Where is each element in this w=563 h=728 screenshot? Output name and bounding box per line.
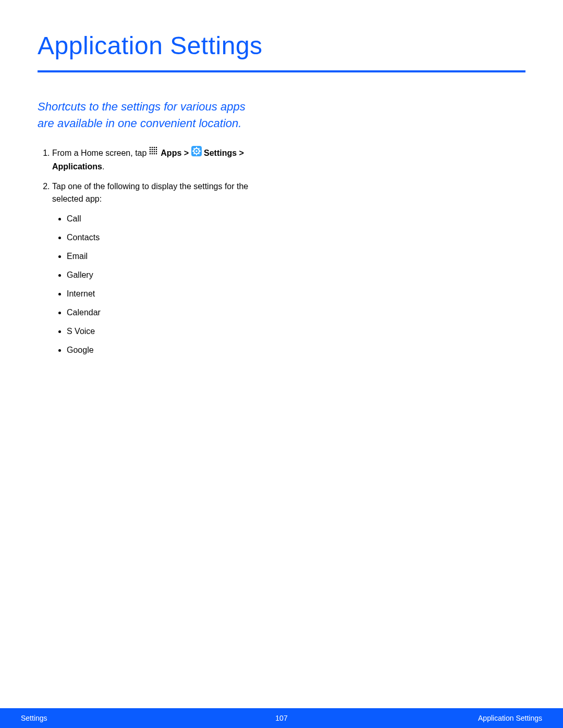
apps-label: Apps xyxy=(161,149,181,157)
step-2: Tap one of the following to display the … xyxy=(52,180,262,356)
settings-label: Settings xyxy=(204,149,237,157)
svg-point-2 xyxy=(154,146,155,148)
svg-line-26 xyxy=(198,148,199,149)
svg-point-7 xyxy=(156,149,157,150)
sep2: > xyxy=(239,149,244,157)
list-item: Google xyxy=(67,344,262,356)
svg-point-0 xyxy=(150,146,151,148)
applications-label: Applications xyxy=(52,162,102,171)
footer-page-number: 107 xyxy=(275,714,287,722)
svg-point-6 xyxy=(154,149,155,150)
title-rule xyxy=(38,70,525,72)
footer-left: Settings xyxy=(21,714,47,722)
page-footer: Settings 107 Application Settings xyxy=(0,708,563,728)
intro-text: Shortcuts to the settings for various ap… xyxy=(38,98,262,132)
period: . xyxy=(102,162,104,171)
content-column: Shortcuts to the settings for various ap… xyxy=(38,98,262,356)
page-title: Application Settings xyxy=(38,31,525,70)
svg-point-14 xyxy=(154,153,155,154)
list-item: Gallery xyxy=(67,269,262,281)
svg-point-11 xyxy=(156,151,157,152)
page-body: Application Settings Shortcuts to the se… xyxy=(0,0,563,356)
list-item: Call xyxy=(67,213,262,225)
svg-point-3 xyxy=(156,146,157,148)
svg-line-24 xyxy=(198,153,199,154)
sep1: > xyxy=(181,149,191,157)
svg-point-9 xyxy=(152,151,153,152)
svg-point-8 xyxy=(150,151,151,152)
step-1-prefix: From a Home screen, tap xyxy=(52,149,149,157)
step-2-text: Tap one of the following to display the … xyxy=(52,182,248,203)
svg-point-15 xyxy=(156,153,157,154)
list-item: Contacts xyxy=(67,231,262,244)
svg-point-5 xyxy=(152,149,153,150)
svg-point-13 xyxy=(152,153,153,154)
list-item: S Voice xyxy=(67,325,262,338)
svg-point-18 xyxy=(195,150,198,152)
svg-line-25 xyxy=(193,153,194,154)
list-item: Email xyxy=(67,250,262,263)
apps-grid-icon xyxy=(149,146,158,159)
svg-point-10 xyxy=(154,151,155,152)
svg-point-4 xyxy=(150,149,151,150)
svg-point-12 xyxy=(150,153,151,154)
footer-right: Application Settings xyxy=(478,714,542,722)
list-item: Internet xyxy=(67,288,262,300)
list-item: Calendar xyxy=(67,306,262,319)
svg-line-23 xyxy=(193,148,194,149)
step-1: From a Home screen, tap Apps > xyxy=(52,146,262,173)
settings-gear-icon xyxy=(191,146,202,160)
svg-point-1 xyxy=(152,146,153,148)
steps-list: From a Home screen, tap Apps > xyxy=(38,146,262,356)
app-bullet-list: Call Contacts Email Gallery Internet Cal… xyxy=(52,213,262,356)
